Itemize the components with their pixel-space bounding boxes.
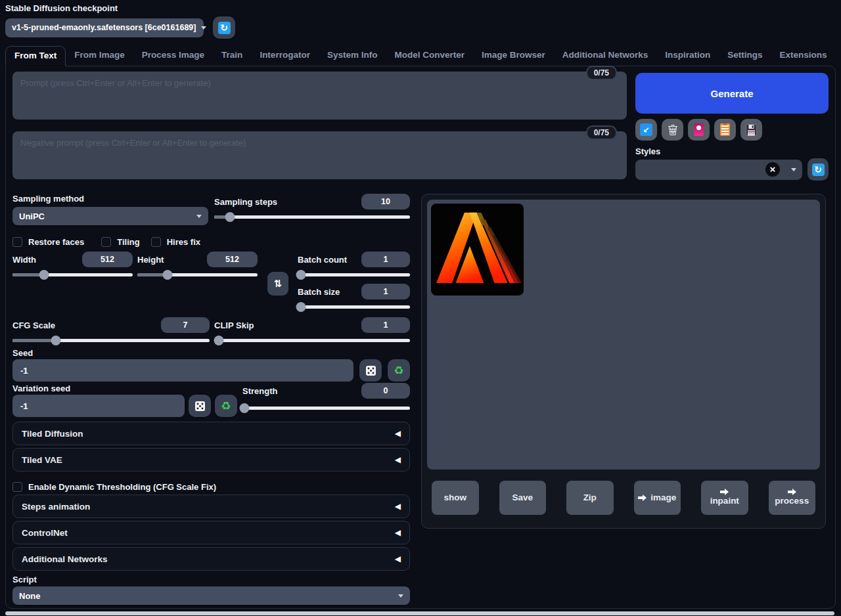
- reuse-variation-seed-button[interactable]: ♻: [215, 395, 237, 417]
- arrow-right-icon: [788, 489, 796, 495]
- tab-from-text[interactable]: From Text: [5, 46, 66, 66]
- sampling-steps-slider[interactable]: [214, 212, 410, 222]
- strength-slider[interactable]: [242, 403, 410, 413]
- recycle-icon: ♻: [394, 365, 403, 376]
- checkbox-box: [151, 237, 161, 247]
- tab-additional-networks[interactable]: Additional Networks: [554, 46, 657, 66]
- script-value: None: [19, 591, 41, 601]
- checkbox-tiling[interactable]: Tiling: [101, 237, 139, 247]
- cfg-scale-input[interactable]: 7: [161, 317, 210, 333]
- checkbox-dynamic-thresholding[interactable]: Enable Dynamic Thresholding (CFG Scale F…: [12, 482, 216, 492]
- batch-count-label: Batch count: [298, 255, 347, 265]
- clear-prompt-button[interactable]: [662, 119, 683, 141]
- batch-size-slider[interactable]: [298, 302, 410, 312]
- checkbox-box: [12, 482, 22, 492]
- clip-skip-slider[interactable]: [214, 336, 410, 345]
- arrow-right-icon: [720, 489, 729, 495]
- seed-input[interactable]: -1: [12, 359, 353, 382]
- sampling-steps-input[interactable]: 10: [361, 194, 410, 209]
- refresh-icon: ↻: [812, 164, 825, 176]
- cfg-scale-slider[interactable]: [12, 336, 210, 345]
- floppy-disk-icon: [746, 124, 757, 136]
- send-to-image-button[interactable]: image: [634, 481, 681, 515]
- apply-styles-button[interactable]: [714, 119, 736, 141]
- refresh-checkpoint-button[interactable]: ↻: [213, 16, 235, 39]
- tab-train[interactable]: Train: [213, 46, 251, 66]
- negative-prompt-input[interactable]: [12, 131, 627, 179]
- width-input[interactable]: 512: [82, 252, 133, 267]
- style-card-icon: [694, 123, 704, 136]
- tab-extensions[interactable]: Extensions: [771, 46, 836, 66]
- accordion-tiled-vae[interactable]: Tiled VAE◀: [12, 448, 410, 472]
- clip-skip-label: CLIP Skip: [214, 320, 254, 330]
- checkbox-hires-fix[interactable]: Hires fix: [151, 237, 200, 247]
- prompt-input[interactable]: [12, 72, 627, 120]
- tab-bar: From Text From Image Process Image Train…: [5, 46, 836, 66]
- send-to-process-button[interactable]: process: [769, 481, 816, 515]
- batch-size-input[interactable]: 1: [361, 284, 410, 299]
- accordion-tiled-diffusion[interactable]: Tiled Diffusion◀: [12, 422, 410, 445]
- sampling-method-value: UniPC: [19, 211, 45, 221]
- refresh-styles-button[interactable]: ↻: [807, 158, 829, 181]
- paste-button[interactable]: ↙: [635, 119, 657, 141]
- horizontal-scrollbar[interactable]: [5, 611, 834, 615]
- accordion-additional-networks[interactable]: Additional Networks◀: [12, 547, 410, 571]
- accordion-steps-animation[interactable]: Steps animation◀: [12, 495, 410, 518]
- prompt-token-counter: 0/75: [586, 66, 617, 80]
- clear-styles-icon[interactable]: ×: [765, 162, 780, 177]
- send-to-inpaint-button[interactable]: inpaint: [701, 481, 748, 515]
- checkbox-box: [101, 237, 111, 247]
- arrow-right-icon: [638, 495, 647, 501]
- height-slider[interactable]: [137, 270, 258, 280]
- sampling-method-select[interactable]: UniPC: [12, 207, 208, 225]
- tab-inspiration[interactable]: Inspiration: [656, 46, 719, 66]
- output-panel: show Save Zip image inpaint: [421, 194, 826, 529]
- collapse-arrow-icon: ◀: [395, 554, 401, 563]
- variation-seed-input[interactable]: -1: [12, 395, 185, 417]
- a-logo-image: [434, 206, 522, 294]
- script-label: Script: [12, 575, 410, 584]
- app: Stable Diffusion checkpoint v1-5-pruned-…: [0, 0, 841, 609]
- accordion-controlnet[interactable]: ControlNet◀: [12, 521, 410, 544]
- tab-image-browser[interactable]: Image Browser: [473, 46, 554, 66]
- batch-count-input[interactable]: 1: [361, 252, 410, 267]
- save-style-button[interactable]: [740, 119, 762, 141]
- swap-dimensions-button[interactable]: ⇅: [267, 272, 288, 296]
- seed-label: Seed: [12, 348, 410, 358]
- strength-input[interactable]: 0: [361, 383, 410, 399]
- collapse-arrow-icon: ◀: [395, 429, 401, 438]
- random-variation-seed-button[interactable]: [189, 395, 211, 417]
- script-select[interactable]: None: [12, 586, 410, 605]
- reuse-seed-button[interactable]: ♻: [388, 359, 410, 382]
- random-seed-button[interactable]: [359, 359, 382, 382]
- batch-count-slider[interactable]: [298, 270, 410, 280]
- refresh-icon: ↻: [218, 22, 231, 34]
- clip-skip-input[interactable]: 1: [361, 317, 410, 333]
- tab-settings[interactable]: Settings: [719, 46, 771, 66]
- tab-interrogator[interactable]: Interrogator: [251, 46, 319, 66]
- swap-icon: ⇅: [274, 278, 283, 290]
- height-input[interactable]: 512: [207, 252, 258, 267]
- tab-from-image[interactable]: From Image: [66, 46, 133, 66]
- clipboard-icon: [720, 123, 730, 136]
- tab-model-converter[interactable]: Model Converter: [386, 46, 473, 66]
- show-button[interactable]: show: [432, 481, 479, 515]
- extra-networks-button[interactable]: [688, 119, 710, 141]
- dice-icon: [365, 365, 376, 376]
- save-button[interactable]: Save: [499, 481, 547, 515]
- checkbox-restore-faces[interactable]: Restore faces: [12, 237, 84, 247]
- tab-system-info[interactable]: System Info: [319, 46, 386, 66]
- zip-button[interactable]: Zip: [566, 481, 614, 515]
- chevron-down-icon: [201, 26, 206, 30]
- width-slider[interactable]: [12, 270, 133, 280]
- checkpoint-select[interactable]: v1-5-pruned-emaonly.safetensors [6ce0161…: [5, 18, 204, 37]
- generate-button[interactable]: Generate: [635, 73, 829, 114]
- chevron-down-icon: [196, 215, 202, 218]
- tab-process-image[interactable]: Process Image: [133, 46, 213, 66]
- trash-icon: [667, 123, 679, 136]
- generated-thumbnail[interactable]: [431, 204, 524, 296]
- output-gallery: [427, 200, 820, 470]
- recycle-icon: ♻: [221, 401, 231, 412]
- cfg-scale-label: CFG Scale: [12, 320, 55, 330]
- styles-select[interactable]: ×: [635, 160, 802, 180]
